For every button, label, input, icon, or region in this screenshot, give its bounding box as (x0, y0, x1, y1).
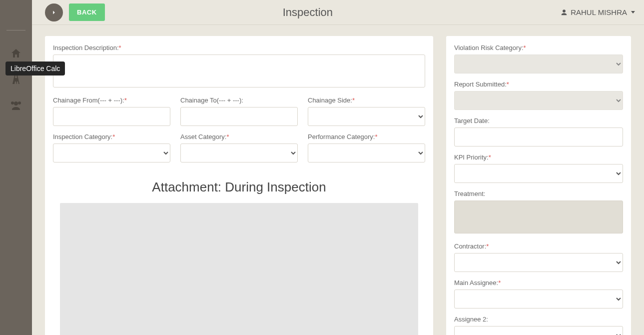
target-date-label: Target Date: (454, 117, 623, 124)
performance-category-select[interactable] (308, 144, 425, 162)
inspection-category-group: Inspection Category:* (53, 133, 170, 162)
inspection-category-label: Inspection Category:* (53, 133, 170, 140)
user-name: RAHUL MISHRA (571, 8, 627, 16)
chainage-from-label: Chainage From(--- + ---):* (53, 96, 170, 104)
treatment-input (454, 200, 623, 234)
home-icon[interactable] (10, 48, 22, 62)
chainage-side-select[interactable] (308, 107, 425, 126)
main-assignee-label: Main Assignee:* (454, 279, 623, 286)
inspection-description-group: Inspection Description:* (53, 44, 425, 90)
inspection-description-label: Inspection Description:* (53, 44, 425, 52)
chainage-to-input[interactable] (180, 107, 298, 126)
sidebar-divider (6, 30, 25, 30)
kpi-select[interactable] (454, 164, 623, 183)
report-submitted-label: Report Submitted:* (454, 80, 623, 88)
assignee2-label: Assignee 2: (454, 316, 623, 323)
users-icon[interactable] (10, 100, 22, 114)
asset-category-select[interactable] (180, 144, 298, 162)
details-card: Violation Risk Category:* Report Submitt… (446, 36, 631, 335)
main-assignee-select[interactable] (454, 290, 623, 308)
asset-category-group: Asset Category:* (180, 133, 298, 162)
header: BACK Inspection RAHUL MISHRA (32, 0, 644, 25)
target-date-input[interactable] (454, 128, 623, 146)
tooltip: LibreOffice Calc (5, 62, 65, 76)
asset-category-label: Asset Category:* (180, 133, 298, 140)
contractor-select[interactable] (454, 253, 623, 272)
image-placeholder-icon (134, 328, 344, 335)
inspection-card: Inspection Description:* Chainage From(-… (45, 36, 433, 335)
kpi-label: KPI Priority:* (454, 154, 623, 161)
performance-category-label: Performance Category:* (308, 133, 425, 140)
report-submitted-select (454, 91, 623, 110)
chainage-from-input[interactable] (53, 107, 170, 126)
contractor-label: Contractor:* (454, 242, 623, 250)
assignee2-select[interactable] (454, 326, 623, 335)
road-icon[interactable] (10, 74, 22, 88)
chainage-from-group: Chainage From(--- + ---):* (53, 96, 170, 126)
attachment-placeholder (60, 203, 418, 335)
performance-category-group: Performance Category:* (308, 133, 425, 162)
chainage-to-group: Chainage To(--- + ---): (180, 96, 298, 126)
main-scroll[interactable]: BACK Inspection RAHUL MISHRA Inspection … (32, 0, 644, 335)
sidebar (0, 0, 32, 335)
chainage-to-label: Chainage To(--- + ---): (180, 96, 298, 104)
caret-down-icon (631, 11, 635, 14)
page-title: Inspection (55, 6, 561, 19)
user-menu[interactable]: RAHUL MISHRA (561, 8, 635, 16)
inspection-category-select[interactable] (53, 144, 170, 162)
inspection-description-input[interactable] (53, 54, 425, 88)
attachment-title: Attachment: During Inspection (53, 180, 425, 195)
content: Inspection Description:* Chainage From(-… (32, 25, 644, 335)
violation-label: Violation Risk Category:* (454, 44, 623, 52)
chainage-side-group: Chainage Side:* (308, 96, 425, 126)
chainage-side-label: Chainage Side:* (308, 96, 425, 104)
treatment-label: Treatment: (454, 190, 623, 198)
violation-select (454, 54, 623, 74)
user-icon (561, 9, 568, 16)
